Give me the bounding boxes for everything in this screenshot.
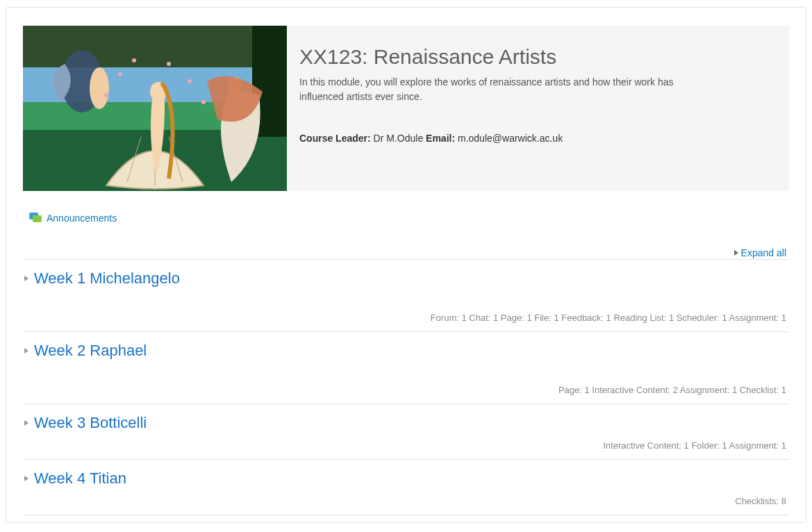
- section-toggle[interactable]: Week 2 Raphael: [23, 342, 789, 364]
- section-title[interactable]: Week 2 Raphael: [34, 342, 147, 360]
- svg-point-15: [188, 79, 192, 83]
- section-toggle[interactable]: Week 1 Michelangelo: [23, 269, 789, 292]
- section-title[interactable]: Week 1 Michelangelo: [34, 269, 180, 288]
- expand-all-row: Expand all: [23, 247, 789, 259]
- email-label: Email: [426, 133, 451, 144]
- announcements-link[interactable]: Announcements: [47, 213, 117, 224]
- chevron-right-icon: [24, 420, 28, 426]
- announcements-icon: [28, 212, 42, 224]
- section-week-4: Week 4 Titian Checklists: 8: [23, 459, 789, 515]
- svg-point-16: [167, 62, 171, 66]
- expand-all-button[interactable]: Expand all: [734, 247, 786, 258]
- section-summary: Page: 1 Interactive Content: 2 Assignmen…: [23, 364, 789, 401]
- section-title[interactable]: Week 3 Botticelli: [34, 414, 147, 432]
- section-week-2: Week 2 Raphael Page: 1 Interactive Conte…: [23, 331, 789, 404]
- announcements-row[interactable]: Announcements: [28, 212, 789, 224]
- chevron-right-icon: [24, 276, 28, 281]
- section-summary: Forum: 1 Chat: 1 Page: 1 File: 1 Feedbac…: [23, 292, 789, 329]
- course-card: XX123: Renaissance Artists In this modul…: [6, 7, 806, 523]
- section-week-1: Week 1 Michelangelo Forum: 1 Chat: 1 Pag…: [23, 259, 789, 331]
- chevron-right-icon: [24, 476, 28, 481]
- svg-point-12: [118, 72, 122, 76]
- course-header: XX123: Renaissance Artists In this modul…: [23, 26, 789, 191]
- section-title[interactable]: Week 4 Titian: [34, 469, 126, 488]
- leader-label: Course Leader: [299, 133, 367, 144]
- svg-point-17: [201, 100, 206, 104]
- section-summary: Checklists: 8: [23, 492, 789, 512]
- expand-all-label: Expand all: [741, 247, 786, 258]
- course-leader-line: Course Leader: Dr M.Odule Email: m.odule…: [299, 133, 777, 144]
- svg-point-13: [132, 58, 136, 63]
- section-week-3: Week 3 Botticelli Interactive Content: 1…: [23, 404, 789, 459]
- course-title: XX123: Renaissance Artists: [299, 45, 777, 69]
- section-summary: Interactive Content: 1 Folder: 1 Assignm…: [23, 436, 789, 456]
- leader-name: Dr M.Odule: [374, 133, 424, 144]
- chevron-right-icon: [734, 250, 738, 256]
- svg-point-14: [104, 93, 108, 97]
- course-image: [23, 26, 287, 191]
- svg-point-10: [90, 67, 109, 109]
- email-value: m.odule@warwick.ac.uk: [458, 133, 563, 144]
- section-toggle[interactable]: Week 3 Botticelli: [23, 414, 789, 436]
- svg-rect-0: [23, 26, 287, 67]
- svg-rect-19: [33, 215, 42, 222]
- course-description: In this module, you will explore the wor…: [299, 75, 688, 105]
- course-meta: XX123: Renaissance Artists In this modul…: [287, 26, 789, 191]
- chevron-right-icon: [24, 348, 28, 354]
- section-toggle[interactable]: Week 4 Titian: [23, 469, 789, 492]
